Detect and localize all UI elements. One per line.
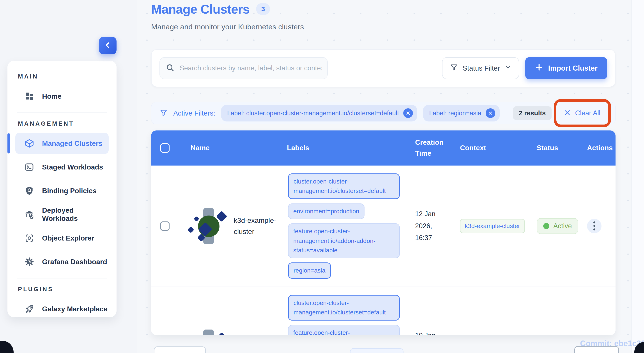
label-chip[interactable]: feature.open-cluster-management.io/addon… (288, 223, 400, 258)
cluster-name-cell: k3d-example-cluster (178, 207, 278, 245)
main-content: Manage Clusters 3 Manage and monitor you… (151, 0, 616, 31)
pagination-button-partial[interactable] (350, 348, 404, 353)
actions-cell (578, 219, 616, 233)
column-header-context[interactable]: Context (451, 143, 527, 153)
results-count-badge: 2 results (513, 106, 551, 120)
import-cluster-label: Import Cluster (548, 64, 598, 72)
page-title-row: Manage Clusters 3 (151, 2, 616, 17)
cluster-name[interactable]: k3d-example-cluster (234, 215, 278, 237)
row-checkbox[interactable] (160, 221, 170, 231)
labels-cell: cluster.open-cluster-management.io/clust… (278, 287, 406, 335)
filter-funnel-icon (160, 109, 168, 118)
label-chip[interactable]: cluster.open-cluster-management.io/clust… (288, 295, 400, 320)
sidebar-collapse-button[interactable] (99, 37, 116, 54)
sidebar-item-staged-workloads[interactable]: Staged Workloads (15, 157, 109, 178)
page-subtitle: Manage and monitor your Kubernetes clust… (151, 23, 616, 31)
filter-chip-clusterset: Label: cluster.open-cluster-management.i… (221, 105, 417, 122)
active-filters-bar: Active Filters: Label: cluster.open-clus… (151, 102, 616, 124)
clear-all-button[interactable]: Clear All (557, 105, 607, 121)
pagination-button-partial[interactable] (574, 346, 619, 353)
sidebar-divider (17, 278, 107, 278)
column-header-labels[interactable]: Labels (278, 143, 406, 153)
import-cluster-button[interactable]: Import Cluster (525, 57, 607, 79)
bank-check-icon (24, 209, 34, 220)
remove-filter-icon[interactable] (486, 108, 495, 118)
row-actions-menu-icon[interactable] (587, 219, 602, 233)
clear-all-label: Clear All (575, 109, 600, 117)
sidebar-item-deployed-workloads[interactable]: Deployed Workloads (15, 204, 109, 225)
select-all-checkbox[interactable] (160, 143, 170, 153)
search-box[interactable] (160, 57, 328, 79)
creation-time-cell: 12 Jan 2026, 16:37 (406, 208, 451, 244)
cube-icon (24, 138, 34, 149)
label-chip[interactable]: feature.open-cluster-management.io/addon… (288, 325, 400, 335)
table-row: cluster1 cluster.open-cluster-management… (151, 286, 616, 335)
label-chip[interactable]: cluster.open-cluster-management.io/clust… (288, 173, 400, 199)
status-filter-button[interactable]: Status Filter (442, 57, 519, 79)
sidebar-item-label: Staged Workloads (42, 163, 103, 171)
sidebar-item-managed-clusters[interactable]: Managed Clusters (15, 133, 109, 154)
search-input[interactable] (180, 64, 322, 72)
sidebar-item-label: Object Explorer (42, 234, 94, 242)
sidebar-item-label: Grafana Dashboard (42, 258, 107, 266)
filter-chip-text: Label: region=asia (429, 110, 481, 117)
grafana-gear-icon (24, 256, 34, 267)
scan-focus-icon (24, 233, 34, 243)
cluster-scatter-icon (190, 328, 228, 335)
clear-all-x-icon (564, 109, 571, 117)
sidebar-section-main: MAIN (18, 73, 109, 80)
rocket-icon (24, 304, 34, 314)
creation-time-cell: 10 Jan 2026, 16:05 (406, 329, 451, 335)
labels-cell: cluster.open-cluster-management.io/clust… (278, 166, 406, 286)
column-header-status[interactable]: Status (527, 143, 578, 153)
context-cell: k3d-example-cluster (451, 219, 527, 233)
table-row: k3d-example-cluster cluster.open-cluster… (151, 166, 616, 286)
sidebar-item-home[interactable]: Home (15, 86, 109, 107)
remove-filter-icon[interactable] (403, 108, 413, 118)
page-title: Manage Clusters (151, 2, 250, 17)
context-chip[interactable]: k3d-example-cluster (460, 219, 525, 233)
sidebar-item-binding-policies[interactable]: Binding Policies (15, 180, 109, 201)
search-icon (166, 63, 175, 73)
plus-icon (535, 63, 543, 73)
pagination-button-partial[interactable] (154, 346, 206, 353)
status-label: Active (553, 222, 572, 230)
label-chip[interactable]: environment=production (288, 203, 364, 219)
sidebar-item-object-explorer[interactable]: Object Explorer (15, 228, 109, 249)
toolbar: Status Filter Import Cluster (151, 49, 616, 87)
sidebar-item-label: Managed Clusters (42, 139, 102, 148)
chevron-down-icon (505, 64, 511, 72)
status-dot-icon (543, 223, 549, 229)
label-chip[interactable]: region=asia (288, 262, 331, 278)
sidebar: MAIN Home MANAGEMENT Managed Clusters St… (8, 61, 116, 317)
sidebar-section-plugins: PLUGINS (18, 286, 109, 293)
terminal-icon (24, 162, 34, 172)
sidebar-item-label: Deployed Workloads (42, 206, 109, 223)
column-header-actions[interactable]: Actions (578, 143, 616, 153)
right-scroll-rail[interactable] (631, 0, 644, 353)
sidebar-item-label: Galaxy Marketplace (42, 305, 108, 313)
sidebar-section-management: MANAGEMENT (18, 120, 109, 127)
sidebar-item-grafana-dashboard[interactable]: Grafana Dashboard (15, 251, 109, 272)
cluster-name-cell: cluster1 (178, 328, 278, 335)
status-badge: Active (537, 218, 578, 234)
sidebar-item-galaxy-marketplace[interactable]: Galaxy Marketplace (15, 298, 109, 317)
table-header-row: Name Labels Creation Time Context Status… (151, 130, 616, 166)
sidebar-divider (17, 113, 107, 113)
clusters-table: Name Labels Creation Time Context Status… (151, 130, 616, 335)
status-filter-label: Status Filter (463, 64, 500, 72)
funnel-icon (450, 63, 458, 73)
home-grid-icon (24, 91, 34, 102)
chevron-left-icon (104, 41, 112, 51)
cluster-scatter-icon (190, 207, 228, 245)
filter-chip-text: Label: cluster.open-cluster-management.i… (227, 110, 399, 117)
active-filters-label: Active Filters: (173, 109, 215, 117)
column-header-name[interactable]: Name (178, 143, 278, 153)
status-cell: Active (527, 218, 578, 234)
filter-chip-region-asia: Label: region=asia (423, 105, 500, 122)
sidebar-item-label: Home (42, 92, 62, 100)
cluster-count-badge: 3 (256, 3, 270, 15)
sidebar-item-label: Binding Policies (42, 187, 96, 195)
shield-search-icon (24, 185, 34, 196)
column-header-creation-time[interactable]: Creation Time (406, 137, 451, 159)
